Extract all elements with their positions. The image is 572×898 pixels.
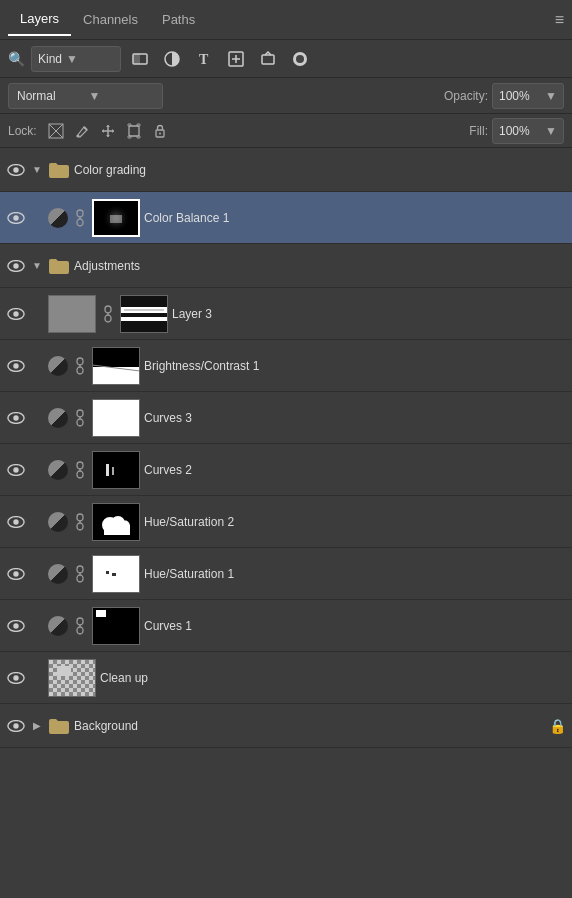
layer-row[interactable]: Color Balance 1 [0,192,572,244]
svg-point-22 [13,167,18,172]
kind-dropdown[interactable]: Kind ▼ [31,46,121,72]
visibility-icon[interactable] [6,208,26,228]
chain-link-icon[interactable] [100,304,116,324]
lock-paint-icon[interactable] [71,120,93,142]
filter-toolbar: 🔍 Kind ▼ T [0,40,572,78]
svg-point-51 [13,519,18,524]
chain-link-icon[interactable] [72,512,88,532]
effect-filter-icon[interactable] [287,46,313,72]
visibility-icon[interactable] [6,716,26,736]
kind-caret-icon: ▼ [66,52,78,66]
adjustment-layer-icon [48,356,68,376]
shape-filter-icon[interactable] [223,46,249,72]
opacity-label: Opacity: [444,89,488,103]
tab-channels[interactable]: Channels [71,4,150,35]
fill-label: Fill: [469,124,488,138]
layer-name: Curves 2 [144,463,566,477]
layer-thumbnail [48,295,96,333]
adjustment-layer-icon [48,408,68,428]
svg-point-31 [13,311,18,316]
svg-rect-33 [105,315,111,322]
svg-point-24 [13,215,18,220]
layer-thumbnail [92,607,140,645]
collapse-arrow-icon[interactable]: ▼ [30,259,44,273]
layer-row[interactable]: ▼ Adjustments [0,244,572,288]
svg-rect-43 [77,419,83,426]
adjustment-layer-icon [48,208,68,228]
svg-rect-14 [129,126,139,136]
blend-mode-caret-icon: ▼ [89,89,155,103]
lock-move-icon[interactable] [97,120,119,142]
blend-opacity-row: Normal ▼ Opacity: 100% ▼ [0,78,572,114]
layer-row[interactable]: Hue/Saturation 1 [0,548,572,600]
layers-list: ▼ Color grading [0,148,572,898]
svg-rect-32 [105,306,111,313]
visibility-icon[interactable] [6,256,26,276]
tab-layers[interactable]: Layers [8,3,71,36]
svg-rect-7 [262,55,274,64]
panel-menu-icon[interactable]: ≡ [555,11,564,29]
layer-name: Hue/Saturation 2 [144,515,566,529]
layer-row[interactable]: ▶ Background 🔒 [0,704,572,748]
svg-point-20 [159,132,161,134]
lock-artboard-icon[interactable] [123,120,145,142]
fill-dropdown[interactable]: 100% ▼ [492,118,564,144]
layer-name: Color Balance 1 [144,211,566,225]
adjustment-layer-icon [48,564,68,584]
chain-link-icon[interactable] [72,208,88,228]
chain-link-icon[interactable] [72,408,88,428]
visibility-icon[interactable] [6,460,26,480]
svg-point-66 [13,675,18,680]
svg-rect-16 [137,124,140,126]
panel-tabs: Layers Channels Paths ≡ [0,0,572,40]
smart-filter-icon[interactable] [255,46,281,72]
layer-row[interactable]: Hue/Saturation 2 [0,496,572,548]
layer-row[interactable]: Curves 1 [0,600,572,652]
layer-name: Clean up [100,671,566,685]
svg-point-36 [13,363,18,368]
layer-row[interactable]: Clean up [0,652,572,704]
svg-rect-15 [128,124,131,126]
layer-row[interactable]: Curves 3 [0,392,572,444]
blend-mode-dropdown[interactable]: Normal ▼ [8,83,163,109]
chain-link-icon[interactable] [72,356,88,376]
opacity-caret-icon: ▼ [534,89,557,103]
visibility-icon[interactable] [6,564,26,584]
svg-point-41 [13,415,18,420]
tab-paths[interactable]: Paths [150,4,207,35]
lock-transparent-icon[interactable] [45,120,67,142]
layer-name: Adjustments [74,259,566,273]
visibility-icon[interactable] [6,668,26,688]
collapse-arrow-icon[interactable]: ▶ [30,719,44,733]
text-filter-icon[interactable]: T [191,46,217,72]
layer-row[interactable]: Layer 3 [0,288,572,340]
layer-row[interactable]: Curves 2 [0,444,572,496]
lock-all-icon[interactable] [149,120,171,142]
chain-link-icon[interactable] [72,616,88,636]
adjustment-filter-icon[interactable] [159,46,185,72]
svg-rect-18 [137,136,140,138]
chain-link-icon[interactable] [72,460,88,480]
visibility-icon[interactable] [6,616,26,636]
layer-name: Background [74,719,545,733]
svg-rect-48 [77,471,83,478]
layer-name: Curves 3 [144,411,566,425]
svg-rect-42 [77,410,83,417]
visibility-icon[interactable] [6,304,26,324]
layer-row[interactable]: ▼ Color grading [0,148,572,192]
svg-rect-25 [77,210,83,217]
visibility-icon[interactable] [6,408,26,428]
fill-group: Fill: 100% ▼ [469,118,564,144]
pixel-layer-filter-icon[interactable] [127,46,153,72]
visibility-icon[interactable] [6,356,26,376]
visibility-icon[interactable] [6,160,26,180]
adjustment-layer-icon [48,460,68,480]
collapse-arrow-icon[interactable]: ▼ [30,163,44,177]
svg-rect-63 [77,627,83,634]
opacity-dropdown[interactable]: 100% ▼ [492,83,564,109]
layer-name: Hue/Saturation 1 [144,567,566,581]
layer-row[interactable]: Brightness/Contrast 1 [0,340,572,392]
chain-link-icon[interactable] [72,564,88,584]
visibility-icon[interactable] [6,512,26,532]
fill-caret-icon: ▼ [534,124,557,138]
